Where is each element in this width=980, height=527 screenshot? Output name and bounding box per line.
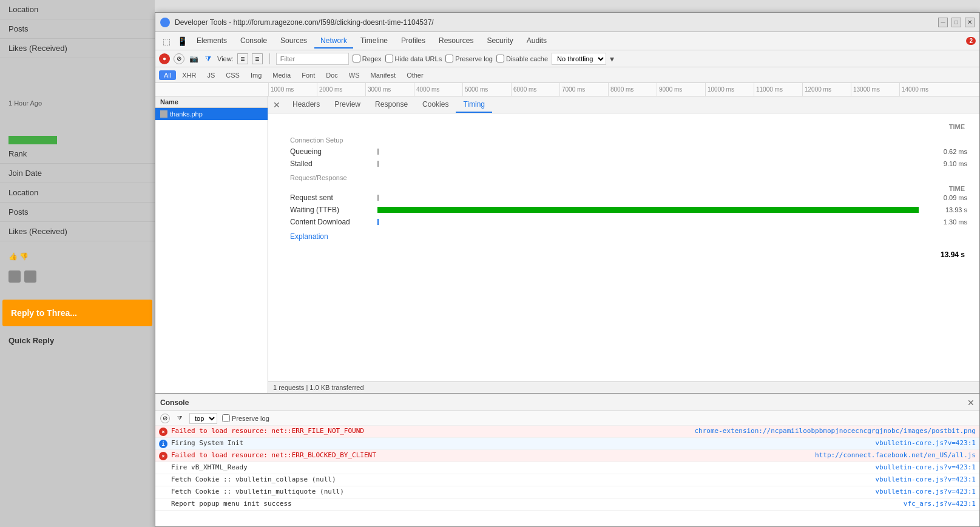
filter-tab-all[interactable]: All xyxy=(159,70,176,80)
detail-tab-timing[interactable]: Timing xyxy=(456,96,492,113)
request-sent-bar-area xyxy=(377,193,925,202)
console-preserve-log-label[interactable]: Preserve log xyxy=(222,414,269,422)
tab-profiles[interactable]: Profiles xyxy=(395,34,431,49)
request-sent-bar xyxy=(377,195,379,201)
reply-to-thread-banner[interactable]: Reply to Threa... xyxy=(2,300,152,326)
detail-close-button[interactable]: ✕ xyxy=(268,96,285,113)
console-source-5[interactable]: vbulletin-core.js?v=423:1 xyxy=(875,488,976,495)
console-source-6[interactable]: vfc_ars.js?v=423:1 xyxy=(904,500,976,508)
explanation-link[interactable]: Explanation xyxy=(280,232,967,241)
tab-timeline[interactable]: Timeline xyxy=(354,34,394,49)
console-source-2[interactable]: http://connect.facebook.net/en_US/all.js xyxy=(815,451,976,459)
camera-button[interactable]: 📷 xyxy=(188,53,199,64)
tab-security[interactable]: Security xyxy=(481,34,519,49)
error-icon-0: × xyxy=(159,428,167,436)
console-title: Console xyxy=(160,398,189,407)
ruler-tick-5000: 5000 ms xyxy=(462,83,511,96)
detail-tabs-bar: ✕ Headers Preview Response Cookies Timin… xyxy=(268,96,979,113)
filter-tab-font[interactable]: Font xyxy=(297,70,320,80)
disable-cache-label[interactable]: Disable cache xyxy=(496,55,548,62)
console-source-3[interactable]: vbulletin-core.js?v=423:1 xyxy=(875,463,976,471)
stalled-bar-area xyxy=(377,159,925,168)
console-context-select[interactable]: top xyxy=(189,413,217,424)
filter-tabs-bar: All XHR JS CSS Img Media Font Doc WS Man… xyxy=(155,67,979,83)
console-filter-icon[interactable]: ⧩ xyxy=(175,414,184,423)
console-toolbar: Console ✕ xyxy=(155,394,979,411)
filter-tab-xhr[interactable]: XHR xyxy=(177,70,201,80)
filter-tab-js[interactable]: JS xyxy=(202,70,220,80)
maximize-button[interactable]: □ xyxy=(951,18,961,27)
console-source-4[interactable]: vbulletin-core.js?v=423:1 xyxy=(875,475,976,483)
minimize-button[interactable]: ─ xyxy=(938,18,948,27)
request-row-thanks[interactable]: thanks.php xyxy=(155,108,268,120)
console-row-2: × Failed to load resource: net::ERR_BLOC… xyxy=(155,450,979,462)
content-download-bar-area xyxy=(377,218,925,226)
detail-tab-response[interactable]: Response xyxy=(368,96,415,113)
devtools-title: Developer Tools - http://forum.ragezone.… xyxy=(175,18,938,27)
tab-elements[interactable]: Elements xyxy=(191,34,233,49)
filter-tab-other[interactable]: Other xyxy=(402,70,428,80)
tab-audits[interactable]: Audits xyxy=(521,34,553,49)
tab-sources[interactable]: Sources xyxy=(274,34,313,49)
hide-data-urls-label[interactable]: Hide data URLs xyxy=(385,55,442,62)
sidebar-item-rank: Rank xyxy=(0,144,155,164)
console-row-6: Report popup menu init success vfc_ars.j… xyxy=(155,498,979,511)
console-source-0[interactable]: chrome-extension://ncpamiiloobpbmopjnoce… xyxy=(694,427,976,435)
info-icon-1: i xyxy=(159,440,167,448)
normal-icon-3 xyxy=(159,464,167,472)
queueing-bar-area xyxy=(377,147,925,156)
content-download-bar xyxy=(377,219,379,225)
console-preserve-log-checkbox[interactable] xyxy=(222,414,230,422)
console-clear-button[interactable]: ⊘ xyxy=(160,414,170,423)
console-text-1: Firing System Init xyxy=(171,439,870,447)
console-close-button[interactable]: ✕ xyxy=(967,398,975,408)
mobile-view-button[interactable]: 📱 xyxy=(175,34,189,49)
clear-button[interactable]: ⊘ xyxy=(174,53,184,64)
filter-tab-css[interactable]: CSS xyxy=(221,70,245,80)
request-file-icon xyxy=(160,110,167,118)
request-sent-value: 0.09 ms xyxy=(925,194,967,201)
regex-checkbox[interactable] xyxy=(353,55,360,62)
normal-icon-4 xyxy=(159,476,167,485)
waiting-bar xyxy=(377,207,919,213)
tab-network[interactable]: Network xyxy=(314,34,353,49)
ruler-tick-7000: 7000 ms xyxy=(559,83,608,96)
filter-input[interactable] xyxy=(276,53,349,65)
time-col-header: TIME xyxy=(949,123,965,130)
regex-checkbox-label[interactable]: Regex xyxy=(353,55,382,62)
timing-total-row: 13.94 s xyxy=(280,250,967,259)
filter-tab-manifest[interactable]: Manifest xyxy=(366,70,401,80)
content-download-label: Content Download xyxy=(280,218,377,226)
request-response-header: Request/Response xyxy=(280,174,967,181)
tab-resources[interactable]: Resources xyxy=(433,34,479,49)
sidebar-item-likes: Likes (Received) xyxy=(0,39,155,58)
throttle-dropdown-icon[interactable]: ▾ xyxy=(610,54,614,64)
filter-tab-media[interactable]: Media xyxy=(268,70,296,80)
record-button[interactable]: ● xyxy=(159,53,170,64)
stalled-value: 9.10 ms xyxy=(925,160,967,167)
select-element-button[interactable]: ⬚ xyxy=(159,34,174,49)
console-source-1[interactable]: vbulletin-core.js?v=423:1 xyxy=(875,439,976,447)
large-rows-button[interactable]: ≡ xyxy=(237,53,248,64)
hide-data-urls-checkbox[interactable] xyxy=(385,55,393,62)
throttle-select[interactable]: No throttling xyxy=(552,53,606,65)
close-button[interactable]: ✕ xyxy=(965,18,975,27)
preserve-log-checkbox[interactable] xyxy=(445,55,453,62)
detail-tab-cookies[interactable]: Cookies xyxy=(415,96,456,113)
small-rows-button[interactable]: ≡ xyxy=(252,53,263,64)
filter-tab-ws[interactable]: WS xyxy=(344,70,365,80)
console-log-area: × Failed to load resource: net::ERR_FILE… xyxy=(155,426,979,526)
detail-tab-headers[interactable]: Headers xyxy=(285,96,327,113)
console-text-6: Report popup menu init success xyxy=(171,500,899,508)
filter-tab-doc[interactable]: Doc xyxy=(321,70,343,80)
disable-cache-checkbox[interactable] xyxy=(496,55,504,62)
detail-tab-preview[interactable]: Preview xyxy=(327,96,368,113)
filter-button[interactable]: ⧩ xyxy=(203,53,214,64)
console-text-4: Fetch Cookie :: vbulletin_collapse (null… xyxy=(171,475,870,483)
quick-reply-label: Quick Reply xyxy=(0,331,155,350)
preserve-log-label[interactable]: Preserve log xyxy=(445,55,493,62)
sidebar-item-likes2: Likes (Received) xyxy=(0,222,155,241)
filter-tab-img[interactable]: Img xyxy=(246,70,266,80)
tab-console[interactable]: Console xyxy=(234,34,273,49)
request-list-panel: Name thanks.php xyxy=(155,96,268,393)
